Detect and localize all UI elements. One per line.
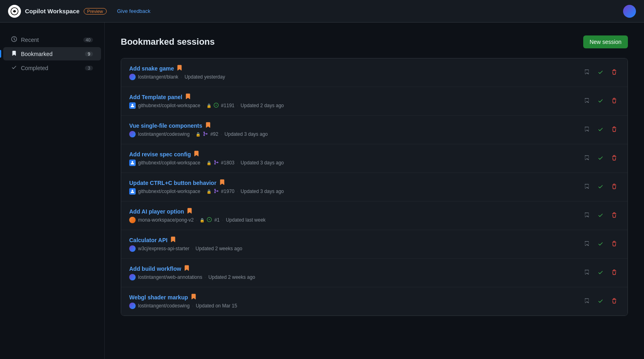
delete-button[interactable] xyxy=(609,268,619,278)
delete-button[interactable] xyxy=(609,96,619,106)
main-layout: Recent 40 Bookmarked 9 xyxy=(0,23,644,359)
bookmark-filled-icon xyxy=(206,122,211,129)
bookmark-filled-icon xyxy=(191,294,196,301)
complete-button[interactable] xyxy=(595,96,606,106)
repo-name[interactable]: lostintangent/web-annotations xyxy=(138,274,202,280)
repo-avatar xyxy=(129,131,136,137)
bookmark-filled-icon xyxy=(177,65,182,72)
topnav-left: Copilot Workspace Preview Give feedback xyxy=(8,5,151,18)
session-item: Webgl shader markup lostintangent/codesw… xyxy=(121,287,627,315)
session-title[interactable]: Update CTRL+C button behavior xyxy=(129,180,217,186)
app-logo xyxy=(8,5,21,18)
session-actions xyxy=(582,68,619,78)
repo-avatar xyxy=(129,102,136,109)
session-actions xyxy=(582,96,619,106)
sidebar-bookmarked-label: Bookmarked xyxy=(21,51,53,57)
feedback-link[interactable]: Give feedback xyxy=(117,8,151,14)
pr-icon xyxy=(214,189,219,194)
repo-avatar xyxy=(129,274,136,280)
unbookmark-button[interactable] xyxy=(582,125,592,135)
updated-time: Updated last week xyxy=(226,217,266,223)
delete-button[interactable] xyxy=(609,182,619,192)
repo-name[interactable]: mona-workspace/pong-v2 xyxy=(138,217,194,223)
delete-button[interactable] xyxy=(609,154,619,164)
sidebar-item-bookmarked[interactable]: Bookmarked 9 xyxy=(3,47,101,60)
delete-button[interactable] xyxy=(609,211,619,221)
session-meta: mona-workspace/pong-v2 · 🔒 #1 · Updated … xyxy=(129,217,582,223)
repo-name[interactable]: githubnext/copilot-workspace xyxy=(138,189,200,194)
sidebar-item-recent[interactable]: Recent 40 xyxy=(3,33,101,46)
new-session-button[interactable]: New session xyxy=(583,35,628,48)
check-icon xyxy=(11,64,17,71)
pr-number: #1803 xyxy=(221,160,234,166)
pr-icon xyxy=(203,131,208,137)
session-info: Add snake game lostintangent/blank · Upd… xyxy=(129,65,582,80)
unbookmark-button[interactable] xyxy=(582,154,592,164)
session-info: Calculator API w3cj/express-api-starter … xyxy=(129,237,582,252)
repo-name[interactable]: githubnext/copilot-workspace xyxy=(138,103,200,108)
unbookmark-button[interactable] xyxy=(582,268,592,278)
session-title[interactable]: Add AI player option xyxy=(129,208,184,215)
complete-button[interactable] xyxy=(595,154,606,164)
complete-button[interactable] xyxy=(595,182,606,192)
session-item: Vue single-file components lostintangent… xyxy=(121,116,627,144)
delete-button[interactable] xyxy=(609,68,619,78)
lock-icon: 🔒 xyxy=(206,189,211,194)
delete-button[interactable] xyxy=(609,125,619,135)
repo-name[interactable]: lostintangent/blank xyxy=(138,74,178,80)
unbookmark-button[interactable] xyxy=(582,68,592,78)
session-title[interactable]: Webgl shader markup xyxy=(129,294,188,301)
delete-button[interactable] xyxy=(609,239,619,249)
sidebar-item-completed[interactable]: Completed 3 xyxy=(3,61,101,75)
sidebar-recent-label: Recent xyxy=(21,37,39,43)
session-meta: lostintangent/codeswing · Updated on Mar… xyxy=(129,303,582,309)
session-actions xyxy=(582,297,619,307)
repo-name[interactable]: githubnext/copilot-workspace xyxy=(138,160,200,166)
lock-icon: 🔒 xyxy=(206,161,211,165)
sidebar: Recent 40 Bookmarked 9 xyxy=(0,23,105,359)
repo-avatar xyxy=(129,160,136,166)
repo-avatar xyxy=(129,188,136,195)
complete-button[interactable] xyxy=(595,211,606,221)
session-meta: lostintangent/codeswing · 🔒 #92 · Update… xyxy=(129,131,582,137)
avatar[interactable] xyxy=(623,5,636,18)
session-title[interactable]: Add build workflow xyxy=(129,266,181,272)
session-title[interactable]: Add revise spec config xyxy=(129,151,191,158)
session-actions xyxy=(582,125,619,135)
sidebar-completed-label: Completed xyxy=(21,65,48,71)
session-title[interactable]: Add Template panel xyxy=(129,94,182,100)
session-actions xyxy=(582,154,619,164)
session-info: Vue single-file components lostintangent… xyxy=(129,122,582,137)
complete-button[interactable] xyxy=(595,125,606,135)
sidebar-completed-count: 3 xyxy=(85,66,93,71)
complete-button[interactable] xyxy=(595,268,606,278)
repo-avatar xyxy=(129,245,136,252)
page-title: Bookmarked sessions xyxy=(121,37,215,47)
top-navigation: Copilot Workspace Preview Give feedback xyxy=(0,0,644,23)
unbookmark-button[interactable] xyxy=(582,297,592,307)
repo-name[interactable]: lostintangent/codeswing xyxy=(138,131,190,137)
unbookmark-button[interactable] xyxy=(582,239,592,249)
session-item: Add build workflow lostintangent/web-ann… xyxy=(121,259,627,287)
session-actions xyxy=(582,182,619,192)
unbookmark-button[interactable] xyxy=(582,96,592,106)
issue-number: #1191 xyxy=(221,103,234,108)
unbookmark-button[interactable] xyxy=(582,182,592,192)
lock-icon: 🔒 xyxy=(200,218,204,222)
session-meta: githubnext/copilot-workspace · 🔒 #1191 ·… xyxy=(129,102,582,109)
session-title[interactable]: Vue single-file components xyxy=(129,122,202,129)
complete-button[interactable] xyxy=(595,68,606,78)
unbookmark-button[interactable] xyxy=(582,211,592,221)
session-title[interactable]: Add snake game xyxy=(129,65,174,72)
sidebar-bookmarked-count: 9 xyxy=(85,52,93,56)
complete-button[interactable] xyxy=(595,239,606,249)
repo-name[interactable]: w3cj/express-api-starter xyxy=(138,246,189,251)
delete-button[interactable] xyxy=(609,297,619,307)
session-title[interactable]: Calculator API xyxy=(129,237,167,243)
repo-name[interactable]: lostintangent/codeswing xyxy=(138,303,190,309)
session-info: Add build workflow lostintangent/web-ann… xyxy=(129,265,582,280)
preview-badge: Preview xyxy=(84,8,107,15)
session-actions xyxy=(582,211,619,221)
complete-button[interactable] xyxy=(595,297,606,307)
issue-icon xyxy=(207,217,212,223)
